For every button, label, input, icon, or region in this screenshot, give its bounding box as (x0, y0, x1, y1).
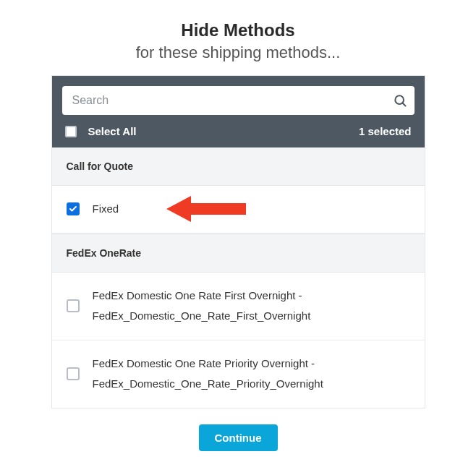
select-all-checkbox[interactable] (65, 126, 77, 137)
item-checkbox[interactable] (67, 299, 80, 312)
item-checkbox[interactable] (67, 367, 80, 380)
page-title: Hide Methods (0, 20, 476, 40)
group-header: FedEx OneRate (52, 234, 425, 273)
item-label: FedEx Domestic One Rate Priority Overnig… (93, 354, 410, 395)
item-label: FedEx Domestic One Rate First Overnight … (93, 286, 410, 327)
search-box (62, 86, 415, 115)
selected-count: 1 selected (359, 125, 412, 137)
footer: Continue (0, 408, 476, 467)
pointer-arrow-icon (166, 193, 246, 225)
continue-button[interactable]: Continue (199, 424, 278, 451)
svg-marker-2 (166, 196, 246, 222)
list-item[interactable]: FedEx Domestic One Rate First Overnight … (52, 273, 425, 341)
page-subtitle: for these shipping methods... (0, 43, 476, 62)
select-all-label: Select All (88, 125, 359, 137)
item-checkbox[interactable] (67, 202, 80, 215)
item-label: Fixed (93, 199, 119, 220)
search-input[interactable] (62, 86, 415, 115)
svg-line-1 (402, 103, 405, 106)
select-all-row: Select All 1 selected (62, 115, 415, 147)
list-item[interactable]: Fixed (52, 186, 425, 234)
methods-panel: Select All 1 selected Call for QuoteFixe… (51, 75, 425, 408)
panel-header: Select All 1 selected (52, 76, 425, 147)
group-header: Call for Quote (52, 147, 425, 186)
search-icon (393, 93, 407, 108)
list-item[interactable]: FedEx Domestic One Rate Priority Overnig… (52, 341, 425, 408)
